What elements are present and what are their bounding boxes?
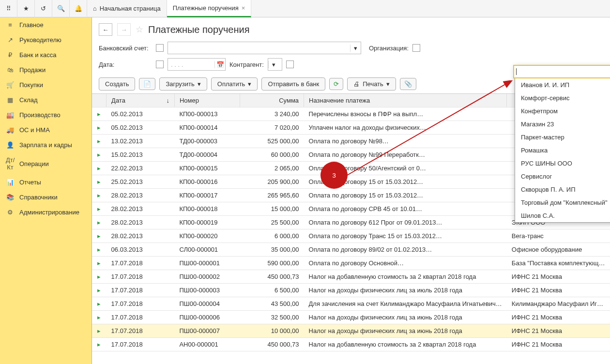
sidebar-item-6[interactable]: 🏭Производство: [0, 107, 92, 122]
cell-number: КП00-000018: [174, 202, 240, 216]
cell-date: 17.07.2018: [107, 311, 175, 324]
table-row[interactable]: ▸ 06.03.2013 СЛ00-000001 35 000,00 Оплат…: [92, 243, 610, 257]
dropdown-item[interactable]: Торговый дом "Комплексный": [515, 196, 610, 209]
cell-number: ТД00-000004: [174, 148, 240, 162]
cell-sum: 60 000,00: [240, 148, 304, 162]
tab-payments[interactable]: Платежные поручения ×: [167, 0, 252, 17]
cell-sum: 25 500,00: [240, 216, 304, 229]
row-status-icon: ▸: [92, 257, 107, 270]
sidebar-item-3[interactable]: 🛍Продажи: [0, 62, 92, 77]
cell-date: 25.02.2013: [107, 175, 175, 189]
star-icon[interactable]: ★: [17, 0, 35, 17]
org-dropdown: Андромеда ОООИванов И. И. ИПКомфорт-серв…: [515, 65, 610, 223]
cell-sum: 525 000,00: [240, 135, 304, 148]
dropdown-item[interactable]: Шилов С.А.: [515, 209, 610, 222]
load-button[interactable]: Загрузить ▾: [159, 77, 207, 91]
sidebar-item-4[interactable]: 🛒Покупки: [0, 77, 92, 92]
bell-icon[interactable]: 🔔: [70, 0, 87, 17]
org-checkbox[interactable]: [412, 44, 420, 52]
dropdown-item[interactable]: Конфетпром: [515, 105, 610, 118]
org-input[interactable]: [513, 65, 610, 78]
dropdown-item[interactable]: Сервислог: [515, 170, 610, 183]
bank-account-checkbox[interactable]: [156, 44, 164, 52]
row-status-icon: ▸: [92, 189, 107, 202]
copy-button[interactable]: 📄: [139, 78, 155, 90]
apps-icon[interactable]: ⠿: [0, 0, 17, 17]
sidebar-item-8[interactable]: 👤Зарплата и кадры: [0, 137, 92, 152]
bank-account-select[interactable]: ▾: [168, 42, 361, 54]
tab-home[interactable]: ⌂ Начальная страница: [87, 0, 167, 17]
sidebar-item-2[interactable]: ₽Банк и касса: [0, 47, 92, 62]
sidebar-icon: Дт/Кт: [6, 156, 15, 171]
dropdown-item[interactable]: Комфорт-сервис: [515, 91, 610, 105]
history-icon[interactable]: ↺: [35, 0, 52, 17]
sidebar-icon: 🏭: [6, 111, 15, 119]
cell-date: 17.07.2018: [107, 297, 175, 311]
sidebar-item-9[interactable]: Дт/КтОперации: [0, 152, 92, 175]
dropdown-item[interactable]: Скворцов П. А. ИП: [515, 183, 610, 196]
col-header[interactable]: Дата ↓: [107, 94, 175, 107]
date-checkbox[interactable]: [156, 61, 164, 68]
table-row[interactable]: ▸ 17.07.2018 ПШ00-000003 6 500,00 Налог …: [92, 284, 610, 297]
cell-sum: 590 000,00: [240, 257, 304, 270]
sidebar-item-10[interactable]: 📊Отчеты: [0, 175, 92, 190]
counterparty-label: Контрагент:: [229, 61, 264, 68]
row-status-icon: ▸: [92, 148, 107, 162]
cell-date: 28.02.2013: [107, 202, 175, 216]
table-row[interactable]: ▸ 17.07.2018 ПШ00-000006 32 500,00 Налог…: [92, 311, 610, 324]
sidebar-item-1[interactable]: ↗Руководителю: [0, 32, 92, 47]
sidebar-item-label: ОС и НМА: [19, 126, 50, 134]
date-input[interactable]: . . . .📅: [168, 58, 226, 71]
tab-label: Начальная страница: [100, 5, 161, 12]
dropdown-item[interactable]: Иванов И. И. ИП: [515, 78, 610, 91]
col-header[interactable]: [92, 94, 107, 107]
sidebar-icon: 🛍: [6, 66, 15, 74]
search-icon[interactable]: 🔍: [52, 0, 70, 17]
table-row[interactable]: ▸ 17.07.2018 АН00-000001 450 000,73 Нало…: [92, 338, 610, 351]
bank-account-label: Банковский счет:: [99, 45, 152, 52]
col-header[interactable]: Сумма: [240, 94, 304, 107]
dropdown-item[interactable]: Ромашка: [515, 144, 610, 157]
counterparty-select[interactable]: ▾: [268, 58, 282, 71]
row-status-icon: ▸: [92, 243, 107, 257]
dropdown-item[interactable]: РУС ШИНЫ ООО: [515, 157, 610, 170]
favorite-icon[interactable]: ☆: [136, 24, 143, 35]
nav-back-button[interactable]: ←: [99, 23, 112, 36]
cell-date: 17.07.2018: [107, 270, 175, 284]
sidebar-icon: ▦: [6, 96, 15, 104]
sidebar-item-12[interactable]: ⚙Администрирование: [0, 205, 92, 220]
cell-number: ПШ00-000003: [174, 284, 240, 297]
cell-purpose: Оплата по договору Транс 15 от 15.03.201…: [304, 229, 507, 243]
table-row[interactable]: ▸ 17.07.2018 ПШ00-000001 590 000,00 Опла…: [92, 257, 610, 270]
cell-number: КП00-000019: [174, 216, 240, 229]
cell-sum: 205 900,00: [240, 175, 304, 189]
sidebar-item-11[interactable]: 📚Справочники: [0, 190, 92, 205]
close-icon[interactable]: ×: [242, 4, 245, 12]
refresh-button[interactable]: ⟳: [329, 78, 343, 90]
sidebar-item-7[interactable]: 🚚ОС и НМА: [0, 122, 92, 137]
sidebar-item-label: Покупки: [19, 81, 43, 89]
sidebar-item-0[interactable]: ≡Главное: [0, 17, 92, 32]
attach-button[interactable]: 📎: [400, 78, 416, 90]
create-button[interactable]: Создать: [99, 77, 135, 91]
col-header[interactable]: Номер: [174, 94, 240, 107]
table-row[interactable]: ▸ 17.07.2018 ПШ00-000002 450 000,73 Нало…: [92, 270, 610, 284]
dropdown-item[interactable]: Паркет-мастер: [515, 131, 610, 144]
cell-number: ПШ00-000007: [174, 324, 240, 338]
send-bank-button[interactable]: Отправить в банк: [261, 77, 325, 91]
home-icon: ⌂: [93, 5, 97, 12]
cell-sum: 35 000,00: [240, 243, 304, 257]
pay-button[interactable]: Оплатить ▾: [211, 77, 258, 91]
row-status-icon: ▸: [92, 162, 107, 175]
table-row[interactable]: ▸ 17.07.2018 ПШ00-000007 10 000,00 Налог…: [92, 324, 610, 338]
table-row[interactable]: ▸ 17.07.2018 ПШ00-000004 43 500,00 Для з…: [92, 297, 610, 311]
sidebar-item-5[interactable]: ▦Склад: [0, 92, 92, 107]
row-status-icon: ▸: [92, 229, 107, 243]
col-header[interactable]: Назначение платежа: [304, 94, 507, 107]
counterparty-checkbox[interactable]: [286, 61, 294, 68]
print-button[interactable]: 🖨 Печать ▾: [347, 77, 396, 91]
table-row[interactable]: ▸ 28.02.2013 КП00-000020 6 000,00 Оплата…: [92, 229, 610, 243]
dropdown-item[interactable]: Магазин 23: [515, 118, 610, 131]
nav-forward-button[interactable]: →: [117, 23, 131, 36]
cell-date: 17.07.2018: [107, 284, 175, 297]
